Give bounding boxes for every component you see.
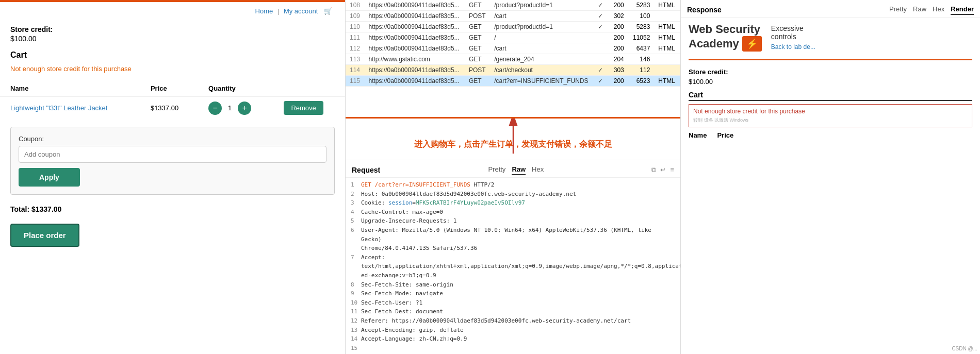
place-order-section: Place order — [0, 218, 345, 257]
request-line: ed-exchange;v=b3;q=0.9 — [351, 271, 675, 280]
store-credit-label: Store credit: — [10, 25, 335, 33]
resp-table-headers: Name Price — [689, 131, 972, 139]
total-label: Total: — [10, 205, 29, 213]
response-title: Response — [687, 6, 722, 14]
logo-lightning-icon: ⚡ — [742, 36, 762, 52]
tab-request-raw[interactable]: Raw — [512, 164, 526, 175]
request-section: Request Pretty Raw Hex ⧉ ↵ ≡ 1GET /cart?… — [346, 160, 680, 354]
request-line: 2Host: 0a0b000904lldaef83d5d942003e00fc.… — [351, 190, 675, 199]
quantity-controls: − 1 + — [208, 102, 263, 115]
request-line: 3Cookie: session=MFK5cRATBIrF4YLuyw02pae… — [351, 198, 675, 208]
web-security-logo: Web Security Academy ⚡ Excessive control… — [689, 23, 972, 52]
left-panel: Home | My account 🛒 Store credit: $100.0… — [0, 0, 346, 354]
request-line: 11Sec-Fetch-Dest: document — [351, 307, 675, 316]
cart-error-message: Not enough store credit for this purchas… — [0, 62, 345, 78]
network-table-row[interactable]: 111https://0a0b00090411daef83d5...GET/20… — [346, 32, 680, 43]
tab-icons: ⧉ ↵ ≡ — [651, 166, 674, 174]
tab-request-hex[interactable]: Hex — [532, 164, 544, 175]
request-line: 15 — [351, 344, 675, 353]
product-link[interactable]: Lightweight "l33t" Leather Jacket — [10, 104, 107, 112]
tab-response-pretty[interactable]: Pretty — [889, 4, 907, 15]
request-line: 7Accept: — [351, 253, 675, 262]
watermark: CSDN @... — [952, 346, 977, 351]
logo-line1: Web Security — [689, 23, 762, 36]
increase-qty-button[interactable]: + — [238, 102, 251, 115]
nav-separator: | — [277, 7, 279, 15]
coupon-section: Coupon: Apply — [10, 127, 335, 195]
request-line: 6User-Agent: Mozilla/5.0 (Windows NT 10.… — [351, 226, 675, 244]
logo-text: Web Security Academy ⚡ — [689, 23, 762, 52]
request-line: 8Sec-Fetch-Site: same-origin — [351, 280, 675, 290]
request-line: Chrome/84.0.4147.135 Safari/537.36 — [351, 244, 675, 253]
request-line: 14Accept-Language: zh-CN,zh;q=0.9 — [351, 334, 675, 344]
network-table-row[interactable]: 109https://0a0b00090411daef83d5...POST/c… — [346, 11, 680, 22]
network-table-row[interactable]: 115https://0a0b00090411daef83d5...GET/ca… — [346, 76, 680, 87]
decrease-qty-button[interactable]: − — [208, 102, 222, 115]
annotation-section: 进入购物车，点击产生订单，发现支付错误，余额不足 — [346, 119, 680, 160]
request-line: 1GET /cart?err=INSUFFICIENT_FUNDS HTTP/2 — [351, 180, 675, 190]
network-table-row[interactable]: 110https://0a0b00090411daef83d5...GET/pr… — [346, 22, 680, 32]
network-table-row[interactable]: 108https://0a0b00090411daef83d5...GET/pr… — [346, 0, 680, 11]
tab-response-raw[interactable]: Raw — [913, 4, 926, 15]
network-table-row[interactable]: 114https://0a0b00090411daef83d5...POST/c… — [346, 65, 680, 76]
request-line: 5Upgrade-Insecure-Requests: 1 — [351, 216, 675, 226]
store-credit-amount: $100.00 — [10, 35, 335, 43]
request-header: Request Pretty Raw Hex ⧉ ↵ ≡ — [346, 160, 680, 178]
logo-line2: Academy — [689, 37, 739, 50]
col-header-quantity: Quantity — [198, 80, 273, 97]
red-arrow-icon — [498, 119, 529, 155]
request-line: text/html,application/xhtml+xml,applicat… — [351, 262, 675, 271]
excessive-controls-text: Excessive controls — [771, 24, 815, 41]
cart-icon[interactable]: 🛒 — [324, 7, 332, 15]
resp-cart-title: Cart — [689, 91, 972, 101]
divider — [689, 59, 972, 60]
nav-links: Home | My account 🛒 — [0, 2, 345, 18]
table-row: Lightweight "l33t" Leather Jacket $1337.… — [0, 97, 345, 120]
request-line: 9Sec-Fetch-Mode: navigate — [351, 289, 675, 298]
request-line: 4Cache-Control: max-age=0 — [351, 208, 675, 217]
wrap-icon[interactable]: ↵ — [660, 166, 666, 174]
remove-button[interactable]: Remove — [284, 101, 323, 115]
home-link[interactable]: Home — [255, 7, 273, 15]
request-title: Request — [352, 166, 380, 174]
store-credit-section: Store credit: $100.00 — [0, 18, 345, 45]
cart-table: Name Price Quantity Lightweight "l33t" L… — [0, 80, 345, 119]
cart-title: Cart — [0, 45, 345, 62]
col-header-price: Price — [140, 80, 198, 97]
request-body: 1GET /cart?err=INSUFFICIENT_FUNDS HTTP/2… — [346, 178, 680, 354]
my-account-link[interactable]: My account — [284, 7, 318, 15]
back-lab-link[interactable]: Back to lab de... — [771, 43, 815, 50]
network-table: 108https://0a0b00090411daef83d5...GET/pr… — [346, 0, 680, 87]
total-amount: $1337.00 — [31, 205, 61, 213]
col-header-name: Name — [0, 80, 140, 97]
response-header: Response Pretty Raw Hex Render — [681, 0, 980, 18]
apply-button[interactable]: Apply — [19, 168, 80, 187]
response-tab-bar: Pretty Raw Hex Render — [889, 4, 974, 15]
coupon-label: Coupon: — [19, 135, 326, 143]
tab-request-pretty[interactable]: Pretty — [488, 164, 505, 175]
request-line: 12Referer: https://0a0b000904lldaef83d5d… — [351, 316, 675, 326]
product-price: $1337.00 — [140, 97, 198, 120]
resp-store-credit-label: Store credit: — [689, 68, 972, 76]
right-panel: Response Pretty Raw Hex Render Web Secur… — [681, 0, 980, 354]
tab-response-hex[interactable]: Hex — [933, 4, 944, 15]
response-body: Web Security Academy ⚡ Excessive control… — [681, 18, 980, 354]
request-line: 13Accept-Encoding: gzip, deflate — [351, 326, 675, 335]
copy-icon[interactable]: ⧉ — [651, 166, 656, 174]
total-section: Total: $1337.00 — [0, 200, 345, 218]
menu-icon[interactable]: ≡ — [670, 166, 674, 174]
place-order-button[interactable]: Place order — [10, 224, 79, 247]
network-table-section: 108https://0a0b00090411daef83d5...GET/pr… — [346, 0, 680, 119]
request-tab-bar: Pretty Raw Hex — [488, 164, 544, 175]
coupon-input[interactable] — [19, 146, 326, 163]
resp-store-credit-amount: $100.00 — [689, 78, 972, 86]
network-table-row[interactable]: 112https://0a0b00090411daef83d5...GET/ca… — [346, 43, 680, 54]
network-table-row[interactable]: 113http://www.gstatic.comGET/generate_20… — [346, 54, 680, 65]
request-line: 10Sec-Fetch-User: ?1 — [351, 298, 675, 308]
middle-panel: 108https://0a0b00090411daef83d5...GET/pr… — [346, 0, 681, 354]
tab-response-render[interactable]: Render — [951, 4, 974, 15]
resp-error-message: Not enough store credit for this purchas… — [689, 104, 972, 127]
qty-value: 1 — [226, 104, 234, 112]
